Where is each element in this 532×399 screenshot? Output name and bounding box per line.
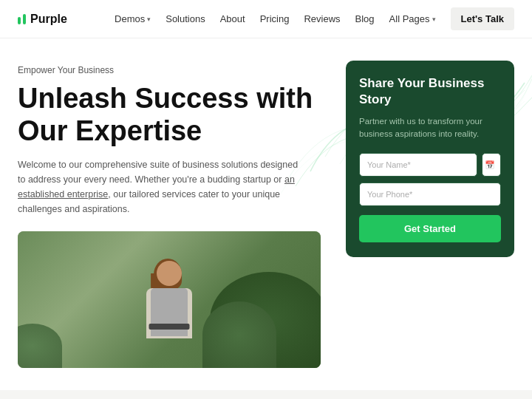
card-title: Share Your Business Story xyxy=(359,75,501,108)
logo-text: Purple xyxy=(30,13,67,26)
nav-links: Demos ▾ Solutions About Pricing Reviews … xyxy=(115,7,514,30)
woman-figure xyxy=(140,257,199,368)
hero-content: Empower Your Business Unleash Success wi… xyxy=(18,65,328,368)
hero-description: Welcome to our comprehensive suite of bu… xyxy=(18,157,299,216)
nav-solutions[interactable]: Solutions xyxy=(166,13,205,24)
get-started-button[interactable]: Get Started xyxy=(359,215,501,242)
hero-eyebrow: Empower Your Business xyxy=(18,65,328,75)
hero-image xyxy=(18,231,321,368)
bush-left xyxy=(18,324,62,368)
footer-strip xyxy=(0,390,532,399)
nav-demos[interactable]: Demos ▾ xyxy=(115,13,151,24)
nav-pricing[interactable]: Pricing xyxy=(260,13,290,24)
email-wrapper: 📅 xyxy=(482,153,501,177)
hero-title: Unleash Success with Our Expertise xyxy=(18,83,328,147)
phone-input[interactable] xyxy=(359,183,501,206)
bush-right-2 xyxy=(202,301,276,368)
nav-about[interactable]: About xyxy=(220,13,245,24)
calendar-icon: 📅 xyxy=(485,160,495,169)
logo-icon xyxy=(18,14,26,24)
lets-talk-button[interactable]: Let's Talk xyxy=(451,7,514,30)
hero-image-inner xyxy=(18,231,321,368)
navbar: Purple Demos ▾ Solutions About Pricing R… xyxy=(0,0,532,38)
chevron-down-icon: ▾ xyxy=(147,16,151,23)
woman-head xyxy=(157,261,182,286)
hero-section: Empower Your Business Unleash Success wi… xyxy=(0,38,532,390)
logo-bar-2 xyxy=(23,14,26,24)
nav-allpages[interactable]: All Pages ▾ xyxy=(389,13,436,24)
card-subtitle: Partner with us to transform your busine… xyxy=(359,115,501,141)
logo-bar-1 xyxy=(18,17,21,24)
contact-card: Share Your Business Story Partner with u… xyxy=(346,61,514,257)
chevron-down-icon-2: ▾ xyxy=(432,16,436,23)
form-row-1: 📅 xyxy=(359,153,501,177)
nav-reviews[interactable]: Reviews xyxy=(304,13,340,24)
name-input[interactable] xyxy=(359,153,477,177)
laptop xyxy=(149,324,190,330)
logo[interactable]: Purple xyxy=(18,13,67,26)
nav-blog[interactable]: Blog xyxy=(355,13,375,24)
